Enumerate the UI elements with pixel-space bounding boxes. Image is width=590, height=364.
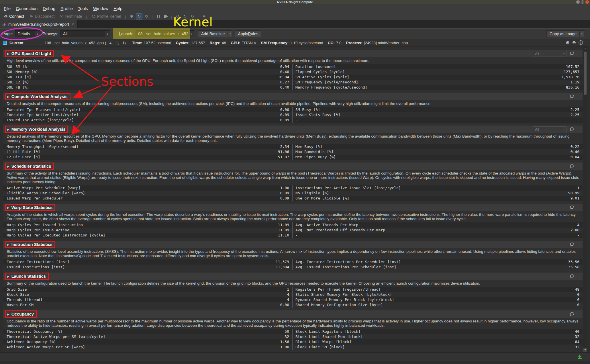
expand-arrow-icon[interactable]: ▶ xyxy=(7,95,9,98)
disconnect-button[interactable]: Disconnect xyxy=(27,13,56,19)
section-title: Warp State Statistics xyxy=(11,205,53,210)
section-filter-dropdown[interactable]: All ▾ xyxy=(533,51,567,56)
current-fields: Time:107.52 usecondCycles:127,657Regs:48… xyxy=(132,41,413,45)
expand-arrow-icon[interactable]: ▶ xyxy=(7,243,9,246)
api-stream-queue-icon[interactable]: ≡ xyxy=(201,13,207,19)
add-baseline-button[interactable]: Add Baseline xyxy=(198,30,228,37)
info-icon[interactable]: ⓘ xyxy=(579,40,583,45)
menu-item-debug[interactable]: Debug xyxy=(40,5,58,12)
tab-bar: miniWeather6.nsight-cuprof-report × xyxy=(0,20,590,28)
menu-item-help[interactable]: Help xyxy=(111,5,125,12)
section-header[interactable]: ▶ Launch Statistics xyxy=(3,273,583,280)
section-header[interactable]: ▶ Warp State Statistics xyxy=(3,204,583,211)
toolbar: Connect Disconnect ✕ Terminate Profile K… xyxy=(0,13,590,20)
menu-item-file[interactable]: File xyxy=(1,5,13,12)
table-row: Memory Throughput [Gbyte/second]2.54Mem … xyxy=(3,144,583,149)
current-kernel-bar: Current 108 - set_halo_values_z_452_gpu … xyxy=(0,39,590,46)
add-baseline-dropdown-arrow[interactable]: ▾ xyxy=(228,30,232,37)
auto-profile-icon[interactable]: ↻ xyxy=(136,13,142,19)
table-row: Warp Cycles Per Issue Active11.09Avg. No… xyxy=(3,228,583,233)
vertical-scrollbar[interactable]: ▲ ▼ xyxy=(583,46,587,352)
comment-bubble-icon[interactable] xyxy=(570,127,575,132)
resume-icon[interactable] xyxy=(163,13,169,19)
freeze-api-icon[interactable]: ❄ xyxy=(129,13,135,19)
menu-item-window[interactable]: Window xyxy=(91,5,111,12)
section-header[interactable]: ▶ Occupancy xyxy=(3,310,583,318)
comment-bubble-icon[interactable] xyxy=(570,242,575,247)
table-row: SOL L2 [%]0.27SM Frequency [cycle/nsecon… xyxy=(3,80,583,85)
scrollbar-thumb[interactable] xyxy=(584,52,587,95)
pause-icon[interactable] xyxy=(155,13,162,19)
disconnect-icon xyxy=(29,14,33,18)
table-row: Warp Cycles Per Issued Instruction11.09A… xyxy=(3,222,583,228)
zoom-in-icon[interactable]: ⊕ xyxy=(566,40,569,45)
section-header[interactable]: ▶ GPU Speed Of Light All ▾ xyxy=(3,50,583,57)
expand-arrow-icon[interactable]: ▶ xyxy=(7,275,9,278)
expand-arrow-icon[interactable]: ▶ xyxy=(7,313,9,316)
process-label: Process: xyxy=(43,32,58,36)
menu-item-tools[interactable]: Tools xyxy=(75,5,91,12)
tab-report[interactable]: miniWeather6.nsight-cuprof-report × xyxy=(0,20,78,28)
section-description: Detailed analysis of the memory resource… xyxy=(7,134,583,143)
section-description: Analysis of the states in which all warp… xyxy=(7,212,583,221)
process-dropdown[interactable]: All ▾ xyxy=(60,30,110,37)
step-over-icon[interactable]: ↻ xyxy=(182,13,188,19)
terminate-button[interactable]: ✕ Terminate xyxy=(58,13,84,19)
table-row: SOL FB [%]0.40Memory Frequency [cycle/us… xyxy=(3,85,583,90)
annotation-red-box: ▶ Occupancy xyxy=(5,310,37,318)
menu-bar: FileConnectionDebugProfileToolsWindowHel… xyxy=(0,4,590,13)
expand-arrow-icon[interactable]: ▶ xyxy=(7,206,9,209)
close-button[interactable]: × xyxy=(585,0,589,4)
connect-button[interactable]: Connect xyxy=(2,13,26,19)
comment-bubble-icon[interactable] xyxy=(570,94,575,99)
comment-bubble-icon[interactable] xyxy=(570,312,575,316)
zoom-out-icon[interactable]: ⊖ xyxy=(572,40,576,45)
download-icon[interactable] xyxy=(577,354,583,359)
scroll-up-icon[interactable]: ▲ xyxy=(583,46,587,51)
annotation-red-box: ▶ Launch Statistics xyxy=(5,273,49,280)
expand-arrow-icon[interactable]: ▶ xyxy=(7,52,9,55)
table-row: SOL TEX [%]10.84SM Active Cycles [cycle]… xyxy=(3,75,583,80)
page-dropdown[interactable]: Details ▾ xyxy=(15,30,40,37)
table-row: Warp Cycles Per Executed Instruction [cy… xyxy=(3,233,583,238)
copy-as-image-button[interactable]: Copy as Image xyxy=(546,30,580,37)
menu-item-connection[interactable]: Connection xyxy=(13,5,40,12)
section-description: Summary of the activity of the scheduler… xyxy=(7,171,583,184)
profile-kernel-button[interactable]: Profile Kernel xyxy=(90,13,123,19)
step-out-icon[interactable]: ↻ xyxy=(189,13,196,19)
section-header[interactable]: ▶ Instruction Statistics xyxy=(3,241,583,248)
comment-bubble-icon[interactable] xyxy=(570,164,575,169)
apply-rules-button[interactable]: Apply Rules xyxy=(235,30,261,37)
section-header[interactable]: ▶ Memory Workload Analysis All ▾ xyxy=(3,126,583,133)
scroll-down-icon[interactable]: ▼ xyxy=(583,348,587,352)
terminate-icon: ✕ xyxy=(60,14,63,19)
metrics-table: Active Warps Per Scheduler [warp]1.00Ins… xyxy=(3,185,583,201)
expand-arrow-icon[interactable]: ▶ xyxy=(7,165,9,168)
chevron-down-icon: ▾ xyxy=(562,52,566,55)
tab-close-icon[interactable]: × xyxy=(71,22,75,27)
table-row: Executed Ipc Elapsed [inst/cycle]0.00SM … xyxy=(3,107,583,112)
comment-bubble-icon[interactable] xyxy=(570,205,575,210)
step-in-icon[interactable]: ↺ xyxy=(175,13,181,19)
current-kernel-name: 108 - set_halo_values_z_452_gpu ( 4, 1, … xyxy=(45,41,126,45)
table-row: Issued Ipc Active [inst/cycle]0.09-- xyxy=(3,118,583,123)
comment-bubble-icon[interactable] xyxy=(570,51,575,56)
section-filter-dropdown[interactable]: All ▾ xyxy=(533,126,567,132)
table-row: Theoretical Occupancy [%]50Block Limit R… xyxy=(3,329,583,334)
comment-bubble-icon[interactable] xyxy=(570,274,575,279)
section-header[interactable]: ▶ Compute Workload Analysis xyxy=(3,93,583,100)
metrics-table: Warp Cycles Per Issued Instruction11.09A… xyxy=(3,222,583,238)
minimize-button[interactable]: – xyxy=(576,0,580,4)
section-title: GPU Speed Of Light xyxy=(11,51,51,56)
launch-dropdown[interactable]: 08 - set_halo_values_z_452_gpu ▾ xyxy=(136,30,194,37)
table-row: Waves Per SM0.00Shared Memory Configurat… xyxy=(3,302,583,308)
profile-series-icon[interactable]: ↻ xyxy=(144,13,150,19)
annotation-red-box: ▶ Warp State Statistics xyxy=(5,204,55,211)
section-header[interactable]: ▶ Scheduler Statistics xyxy=(3,163,583,170)
maximize-button[interactable]: □ xyxy=(581,0,584,4)
copy-as-image-dropdown-arrow[interactable]: ▾ xyxy=(580,30,584,37)
menu-item-profile[interactable]: Profile xyxy=(58,5,75,12)
section-title: Scheduler Statistics xyxy=(11,164,51,169)
profile-kernel-icon xyxy=(92,14,96,18)
expand-arrow-icon[interactable]: ▶ xyxy=(7,128,9,131)
